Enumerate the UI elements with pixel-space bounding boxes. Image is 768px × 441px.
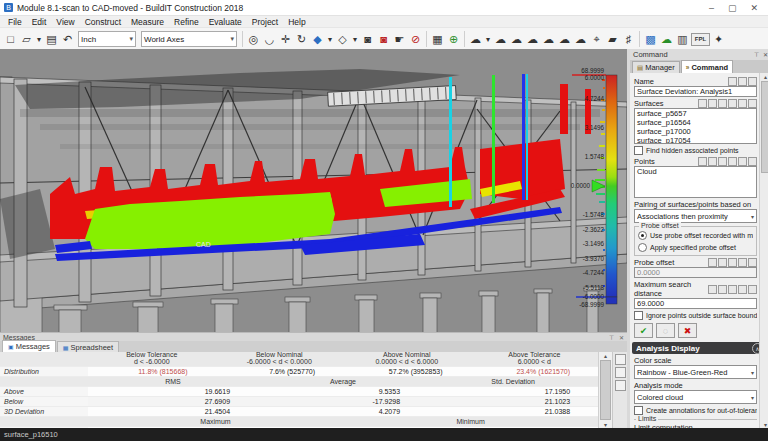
- coordinate-system-dropdown[interactable]: World Axes ▾: [141, 31, 237, 47]
- field-mini-button[interactable]: [738, 285, 747, 294]
- key-target-icon[interactable]: ✦: [711, 31, 726, 48]
- tab-messages[interactable]: ▣ Messages: [2, 340, 56, 352]
- zoom-select-icon[interactable]: ◎: [246, 31, 261, 48]
- maximize-button[interactable]: ▢: [728, 3, 737, 13]
- field-mini-button[interactable]: [718, 285, 727, 294]
- screen-icon[interactable]: ▦: [430, 31, 445, 48]
- save-icon[interactable]: ▤: [44, 31, 59, 48]
- scrollbar-thumb[interactable]: [600, 360, 611, 420]
- map-copy-icon[interactable]: ▥: [675, 31, 690, 48]
- list-mini-button[interactable]: [698, 157, 707, 166]
- field-mini-button[interactable]: [738, 258, 747, 267]
- rotate-icon[interactable]: ↻: [294, 31, 309, 48]
- float-panel-button[interactable]: [615, 354, 626, 365]
- pairing-dropdown[interactable]: Associations then proximity ▾: [634, 209, 757, 223]
- menu-measure[interactable]: Measure: [131, 17, 164, 27]
- field-mini-button[interactable]: [728, 258, 737, 267]
- view-cube-dropdown-icon[interactable]: ▾: [326, 31, 334, 48]
- menu-construct[interactable]: Construct: [85, 17, 121, 27]
- color-scale-dropdown[interactable]: Rainbow - Blue-Green-Red ▾: [634, 365, 757, 379]
- field-mini-button[interactable]: [738, 77, 747, 86]
- list-mini-button[interactable]: [748, 99, 757, 108]
- view-cube-icon[interactable]: ◆: [310, 31, 325, 48]
- open-dropdown-icon[interactable]: ▾: [35, 31, 43, 48]
- field-mini-button[interactable]: [748, 258, 757, 267]
- tab-spreadsheet[interactable]: ▦ Spreadsheet: [57, 341, 119, 352]
- wireframe-dropdown-icon[interactable]: ▾: [351, 31, 359, 48]
- menu-view[interactable]: View: [56, 17, 74, 27]
- max-search-distance-input[interactable]: [634, 298, 757, 309]
- wireframe-cube-icon[interactable]: ◇: [335, 31, 350, 48]
- list-item[interactable]: surface_p17054: [635, 136, 756, 144]
- preview-button[interactable]: ◌: [656, 323, 675, 338]
- field-mini-button[interactable]: [708, 258, 717, 267]
- points-list[interactable]: Cloud: [634, 166, 757, 198]
- list-item[interactable]: surface_p5657: [635, 109, 756, 118]
- export-button[interactable]: [615, 367, 626, 378]
- list-mini-button[interactable]: [738, 157, 747, 166]
- list-mini-button[interactable]: [728, 99, 737, 108]
- cloud-extract-icon[interactable]: ☁: [525, 31, 540, 48]
- analysis-display-header[interactable]: Analysis Display ∧: [632, 342, 767, 354]
- camera-capture-icon[interactable]: ◙: [376, 31, 391, 48]
- pan-icon[interactable]: ✛: [278, 31, 293, 48]
- scroll-down-icon[interactable]: ▾: [604, 421, 607, 428]
- menu-edit[interactable]: Edit: [32, 17, 47, 27]
- panel-scrollbar[interactable]: ▴ ▾: [759, 73, 768, 428]
- hide-eye-icon[interactable]: ⊘: [408, 31, 423, 48]
- cloud-icon[interactable]: ☁: [468, 31, 483, 48]
- list-mini-button[interactable]: [718, 157, 727, 166]
- cloud-sample-icon[interactable]: ☁: [557, 31, 572, 48]
- annotations-checkbox[interactable]: [634, 406, 643, 415]
- messages-scrollbar[interactable]: ▴ ▾: [598, 352, 612, 428]
- fpl-icon[interactable]: FPL: [691, 33, 710, 46]
- ignore-outside-checkbox[interactable]: [634, 311, 643, 320]
- menu-project[interactable]: Project: [252, 17, 278, 27]
- minimize-button[interactable]: –: [709, 3, 714, 13]
- surfaces-list[interactable]: surface_p5657 surface_p16564 surface_p17…: [634, 108, 757, 144]
- unit-dropdown[interactable]: Inch ▾: [78, 31, 136, 47]
- open-icon[interactable]: ▱: [19, 31, 34, 48]
- pin-icon[interactable]: ⊤: [609, 334, 614, 341]
- list-item[interactable]: Cloud: [635, 167, 756, 176]
- menu-file[interactable]: File: [8, 17, 22, 27]
- field-mini-button[interactable]: [728, 285, 737, 294]
- close-icon[interactable]: ✕: [763, 51, 768, 58]
- apply-button[interactable]: ✔: [634, 323, 653, 338]
- cloud-add-icon[interactable]: ☁: [509, 31, 524, 48]
- probe-specified-radio[interactable]: [638, 243, 647, 252]
- list-item[interactable]: surface_p17000: [635, 127, 756, 136]
- menu-help[interactable]: Help: [288, 17, 305, 27]
- scroll-up-icon[interactable]: ▴: [764, 73, 767, 80]
- field-mini-button[interactable]: [718, 258, 727, 267]
- map-cloud-icon[interactable]: ☁: [659, 31, 674, 48]
- cancel-button[interactable]: ✖: [678, 323, 697, 338]
- list-mini-button[interactable]: [708, 99, 717, 108]
- cloud-dropdown-icon[interactable]: ▾: [484, 31, 492, 48]
- find-hidden-checkbox[interactable]: [634, 146, 643, 155]
- camera-add-icon[interactable]: ◙: [360, 31, 375, 48]
- map-colored-icon[interactable]: ▩: [643, 31, 658, 48]
- scroll-up-icon[interactable]: ▴: [604, 352, 607, 359]
- scrollbar-thumb[interactable]: [761, 81, 768, 173]
- close-button[interactable]: ✕: [750, 3, 758, 13]
- tab-manager[interactable]: ▤ Manager: [632, 61, 680, 73]
- list-mini-button[interactable]: [698, 99, 707, 108]
- probe-offset-input[interactable]: [634, 267, 757, 278]
- field-mini-button[interactable]: [728, 77, 737, 86]
- field-mini-button[interactable]: [708, 285, 717, 294]
- list-mini-button[interactable]: [728, 157, 737, 166]
- list-item[interactable]: surface_p16564: [635, 118, 756, 127]
- cloud-subtract-icon[interactable]: ☁: [541, 31, 556, 48]
- comb-icon[interactable]: ♯: [621, 31, 636, 48]
- cloud-label-icon[interactable]: ☁: [573, 31, 588, 48]
- field-mini-button[interactable]: [748, 77, 757, 86]
- probe-recorded-radio[interactable]: [638, 231, 647, 240]
- list-mini-button[interactable]: [748, 157, 757, 166]
- menu-evaluate[interactable]: Evaluate: [209, 17, 242, 27]
- list-mini-button[interactable]: [718, 99, 727, 108]
- lasso-select-icon[interactable]: ◡: [262, 31, 277, 48]
- pin-icon[interactable]: ⊤: [754, 51, 759, 58]
- undo-icon[interactable]: ↶: [60, 31, 75, 48]
- polygon-star-icon[interactable]: ▰: [605, 31, 620, 48]
